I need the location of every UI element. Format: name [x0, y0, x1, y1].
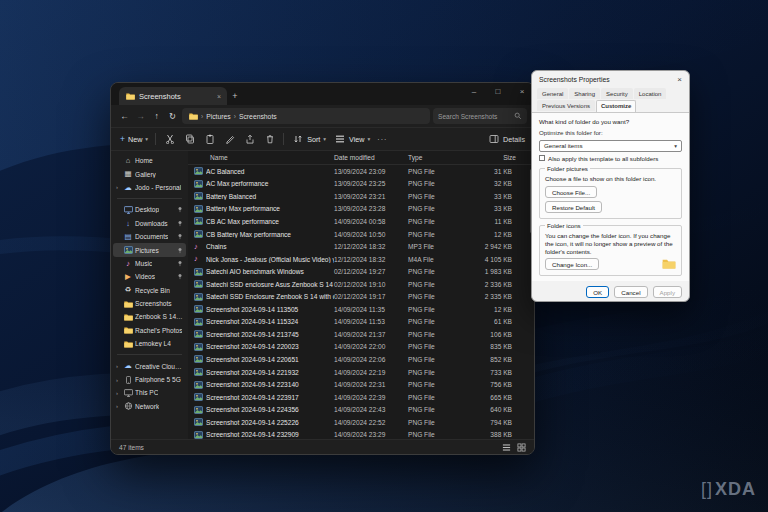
sidebar-item-gallery[interactable]: ▦Gallery	[113, 167, 186, 180]
more-options-icon[interactable]: ···	[377, 136, 387, 143]
file-row[interactable]: Screenshot 2024-09-14 22522614/09/2024 2…	[188, 416, 534, 429]
breadcrumb[interactable]: › Pictures › Screenshots	[182, 108, 430, 124]
share-icon[interactable]	[243, 133, 256, 146]
minimize-button[interactable]: –	[462, 83, 486, 99]
sidebar-item-recycle-bin[interactable]: ♻Recycle Bin	[113, 284, 186, 297]
up-icon[interactable]: ↑	[150, 111, 163, 121]
file-row[interactable]: Screenshot 2024-09-14 11532414/09/2024 1…	[188, 316, 534, 329]
list-view-icon[interactable]	[502, 443, 511, 452]
file-name: Satechi SSD enclosure Asus Zenbook S 14	[206, 281, 334, 288]
sidebar-item-screenshots[interactable]: Screenshots	[113, 297, 186, 310]
restore-default-button[interactable]: Restore Default	[545, 201, 602, 213]
search-input[interactable]: Search Screenshots	[433, 108, 527, 124]
file-row[interactable]: Satechi SSD Enclosure Zenbook S 14 with …	[188, 290, 534, 303]
maximize-button[interactable]: □	[486, 83, 510, 99]
dialog-tab-security[interactable]: Security	[601, 88, 633, 99]
sidebar-item-fairphone-5-5g[interactable]: ›Fairphone 5 5G	[113, 373, 186, 386]
dialog-close-icon[interactable]: ×	[677, 75, 682, 84]
file-row[interactable]: ♪Chains12/12/2024 18:32MP3 File2 942 KB	[188, 240, 534, 253]
sidebar-item-lemokey-l4[interactable]: Lemokey L4	[113, 337, 186, 350]
file-row[interactable]: Screenshot 2024-09-14 21374514/09/2024 2…	[188, 328, 534, 341]
dialog-tab-general[interactable]: General	[537, 88, 568, 99]
optimize-folder-select[interactable]: General items ▾	[539, 140, 682, 152]
sidebar-item-rachel-s-photos[interactable]: Rachel's Photos	[113, 324, 186, 337]
dialog-tab-location[interactable]: Location	[634, 88, 667, 99]
file-row[interactable]: Satechi SSD enclosure Asus Zenbook S 140…	[188, 278, 534, 291]
dialog-tab-previous-versions[interactable]: Previous Versions	[537, 100, 595, 111]
sidebar-item-downloads[interactable]: ↓Downloads	[113, 217, 186, 230]
file-date-modified: 14/09/2024 22:31	[334, 381, 408, 388]
phone-icon	[123, 376, 133, 384]
xda-logo-text: XDA	[715, 479, 756, 499]
details-pane-button[interactable]: Details	[487, 133, 525, 146]
breadcrumb-item-pictures[interactable]: Pictures	[206, 113, 231, 120]
cut-icon[interactable]	[163, 133, 176, 146]
file-row[interactable]: Screenshot 2024-09-14 22314014/09/2024 2…	[188, 378, 534, 391]
file-row[interactable]: Screenshot 2024-09-14 22002314/09/2024 2…	[188, 341, 534, 354]
file-size: 12 KB	[466, 306, 516, 313]
file-row[interactable]: Satechi AIO benchmark Windows02/12/2024 …	[188, 265, 534, 278]
new-button[interactable]: + New ▾	[120, 134, 148, 144]
pin-icon	[177, 247, 183, 254]
file-size: 756 KB	[466, 381, 516, 388]
large-icons-view-icon[interactable]	[517, 443, 526, 452]
sidebar-item-desktop[interactable]: Desktop	[113, 203, 186, 216]
breadcrumb-item-screenshots[interactable]: Screenshots	[239, 113, 277, 120]
forward-icon[interactable]: →	[134, 111, 147, 121]
pin-icon	[177, 206, 183, 213]
sidebar-item-label: Documents	[135, 233, 168, 240]
paste-icon[interactable]	[203, 133, 216, 146]
file-size: 852 KB	[466, 356, 516, 363]
file-row[interactable]: AC Max performance13/09/2024 23:25PNG Fi…	[188, 178, 534, 191]
column-header-name[interactable]: Name	[210, 154, 334, 161]
file-row[interactable]: Battery Balanced13/09/2024 23:21PNG File…	[188, 190, 534, 203]
sidebar-item-this-pc[interactable]: ›This PC	[113, 386, 186, 399]
file-row[interactable]: Screenshot 2024-09-14 22193214/09/2024 2…	[188, 366, 534, 379]
sidebar-item-creative-cloud-f[interactable]: ›☁Creative Cloud F...	[113, 359, 186, 372]
file-size: 640 KB	[466, 406, 516, 413]
file-row[interactable]: CB Battery Max performance14/09/2024 10:…	[188, 228, 534, 241]
file-row[interactable]: Screenshot 2024-09-14 22065114/09/2024 2…	[188, 353, 534, 366]
sidebar-item-music[interactable]: ♪Music	[113, 257, 186, 270]
dialog-titlebar[interactable]: Screenshots Properties ×	[532, 71, 689, 88]
file-explorer-window: Screenshots × + – □ × ← → ↑ ↻ › Pictures…	[110, 82, 535, 455]
choose-file-button[interactable]: Choose File...	[545, 186, 597, 198]
copy-icon[interactable]	[183, 133, 196, 146]
sidebar-item-zenbook-s-14-r[interactable]: Zenbook S 14 r...	[113, 310, 186, 323]
dialog-tab-sharing[interactable]: Sharing	[569, 88, 600, 99]
back-icon[interactable]: ←	[118, 111, 131, 121]
tab-close-icon[interactable]: ×	[217, 93, 221, 100]
sidebar-item-pictures[interactable]: Pictures	[113, 243, 186, 256]
sidebar-item-network[interactable]: ›Network	[113, 400, 186, 413]
refresh-icon[interactable]: ↻	[166, 111, 179, 121]
sidebar-item-home[interactable]: ⌂Home	[113, 154, 186, 167]
file-row[interactable]: AC Balanced13/09/2024 23:09PNG File31 KB	[188, 165, 534, 178]
column-header-type[interactable]: Type	[408, 154, 466, 161]
column-header-date-modified[interactable]: Date modified	[334, 154, 408, 161]
sidebar-item-documents[interactable]: ▤Documents	[113, 230, 186, 243]
cancel-button[interactable]: Cancel	[614, 286, 647, 298]
sidebar-item-jodo-personal[interactable]: ›☁Jodo - Personal	[113, 181, 186, 194]
file-row[interactable]: Screenshot 2024-09-14 22435614/09/2024 2…	[188, 403, 534, 416]
view-button[interactable]: View ▾	[333, 133, 370, 146]
file-row[interactable]: Battery Max performance13/09/2024 23:28P…	[188, 203, 534, 216]
apply-button[interactable]: Apply	[653, 286, 682, 298]
column-header-size[interactable]: Size	[466, 154, 516, 161]
ok-button[interactable]: OK	[586, 286, 609, 298]
file-row[interactable]: Screenshot 2024-09-14 11350514/09/2024 1…	[188, 303, 534, 316]
file-date-modified: 02/12/2024 19:17	[334, 293, 408, 300]
file-size: 388 KB	[466, 431, 516, 438]
rename-icon[interactable]	[223, 133, 236, 146]
file-row[interactable]: ♪Nick Jonas - Jealous (Official Music Vi…	[188, 253, 534, 266]
file-row[interactable]: Screenshot 2024-09-14 22391714/09/2024 2…	[188, 391, 534, 404]
file-row[interactable]: CB AC Max performance14/09/2024 00:58PNG…	[188, 215, 534, 228]
tab-screenshots[interactable]: Screenshots ×	[119, 87, 227, 105]
sidebar-item-videos[interactable]: ▶Videos	[113, 270, 186, 283]
new-tab-button[interactable]: +	[227, 87, 243, 105]
apply-template-checkbox[interactable]	[539, 155, 545, 161]
file-date-modified: 13/09/2024 23:21	[334, 193, 408, 200]
file-row[interactable]: Screenshot 2024-09-14 23290914/09/2024 2…	[188, 428, 534, 439]
delete-icon[interactable]	[263, 133, 276, 146]
sort-button[interactable]: Sort ▾	[291, 133, 326, 146]
change-icon-button[interactable]: Change Icon...	[545, 258, 599, 270]
